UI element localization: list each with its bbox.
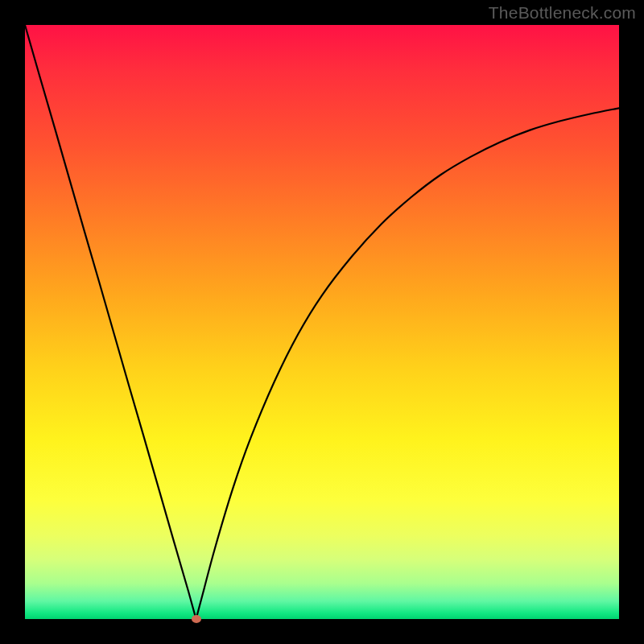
curve-left-branch <box>25 25 196 619</box>
chart-frame: TheBottleneck.com <box>0 0 644 644</box>
plot-area <box>25 25 619 619</box>
bottleneck-curve <box>25 25 619 619</box>
minimum-marker <box>192 615 201 623</box>
watermark-text: TheBottleneck.com <box>489 3 636 23</box>
curve-right-branch <box>196 108 619 619</box>
